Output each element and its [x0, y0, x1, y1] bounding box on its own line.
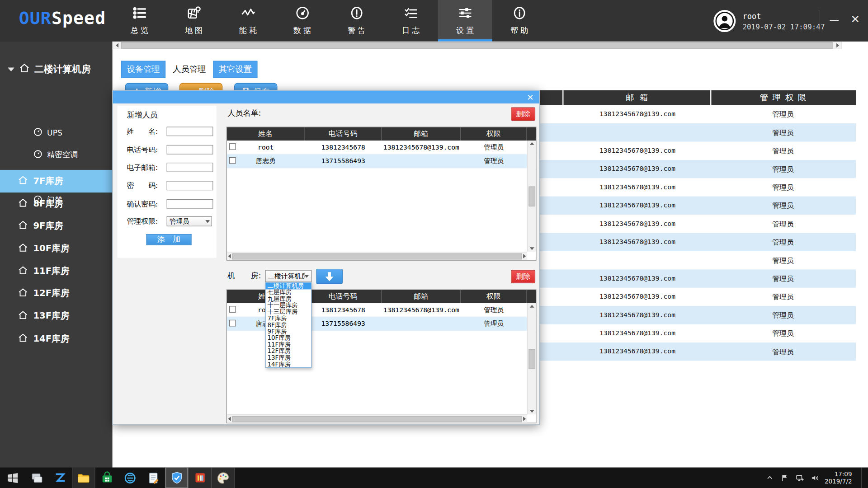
nav-map[interactable]: 地图	[167, 0, 221, 42]
dropdown-option[interactable]: 10F库房	[266, 335, 311, 341]
nav-settings[interactable]: 设置	[438, 0, 492, 42]
nav-energy[interactable]: 能耗	[221, 0, 275, 42]
taskbar-archive-app[interactable]	[188, 468, 211, 488]
row-checkbox[interactable]	[229, 143, 236, 150]
taskbar-ourspeed-client[interactable]	[165, 468, 188, 488]
sidebar-item-floor-14f[interactable]: 14F库房	[0, 328, 113, 350]
scroll-up-icon[interactable]	[529, 142, 534, 145]
horizontal-scrollbar[interactable]	[227, 414, 527, 422]
scrollbar-thumb[interactable]	[121, 42, 833, 49]
sidebar-item-floor-11f[interactable]: 11F库房	[0, 260, 113, 282]
start-button[interactable]	[0, 468, 25, 488]
table-row[interactable]: 13812345678@139.com管理员	[540, 178, 856, 196]
horizontal-scrollbar[interactable]	[227, 252, 527, 260]
row-checkbox[interactable]	[229, 157, 236, 164]
vertical-scrollbar[interactable]	[527, 303, 536, 414]
table-row[interactable]: 唐志勇 13715586493 管理员	[227, 155, 536, 169]
dialog-close-button[interactable]: ✕	[525, 92, 536, 103]
table-row[interactable]: root 13812345678 13812345678@139.com 管理员	[227, 141, 536, 155]
nav-help[interactable]: 帮助	[492, 0, 547, 42]
nav-log[interactable]: 日志	[384, 0, 438, 42]
sidebar-root-node[interactable]: 二楼计算机房	[0, 60, 113, 79]
dropdown-option[interactable]: 十三层库房	[266, 309, 311, 315]
scrollbar-thumb[interactable]	[232, 253, 522, 259]
dropdown-option[interactable]: 7F库房	[266, 315, 311, 322]
minimize-button[interactable]	[827, 13, 841, 28]
confirm-password-field[interactable]	[167, 199, 213, 209]
sidebar-item-ups[interactable]: UPS	[0, 122, 113, 144]
taskbar-internet-explorer[interactable]	[118, 468, 142, 488]
taskbar-paint-app[interactable]	[212, 468, 235, 488]
name-field[interactable]	[167, 127, 213, 136]
sidebar-item-floor-7f[interactable]: 7F库房	[0, 170, 113, 192]
table-row[interactable]: 13812345678@139.com管理员	[540, 215, 856, 233]
room-delete-button[interactable]: 删除	[511, 270, 535, 283]
taskbar-folder-window[interactable]	[72, 468, 95, 488]
nav-data[interactable]: 数据	[275, 0, 330, 42]
sidebar-item-floor-10f[interactable]: 10F库房	[0, 237, 113, 260]
volume-icon[interactable]	[810, 473, 820, 483]
dropdown-option[interactable]: 14F库房	[266, 361, 311, 367]
dropdown-option[interactable]: 9F库房	[266, 328, 311, 335]
table-row[interactable]: 管理员	[540, 251, 856, 269]
show-desktop-button[interactable]	[861, 468, 864, 488]
scroll-right-icon[interactable]	[834, 42, 841, 49]
phone-field[interactable]	[167, 145, 213, 155]
tab-device-management[interactable]: 设备管理	[121, 61, 165, 78]
dropdown-option[interactable]: 11F库房	[266, 342, 311, 348]
scroll-right-icon[interactable]	[523, 254, 526, 258]
table-row[interactable]: 13812345678@139.com管理员	[540, 233, 856, 251]
scroll-left-icon[interactable]	[113, 42, 121, 49]
taskbar-file-explorer[interactable]	[25, 468, 48, 488]
scroll-down-icon[interactable]	[529, 410, 534, 413]
table-row[interactable]: 13812345678@139.com管理员	[540, 343, 856, 361]
table-row[interactable]: 13812345678@139.com管理员	[540, 269, 856, 287]
dropdown-option[interactable]: 十一层库房	[266, 302, 311, 309]
nav-alert[interactable]: 警告	[330, 0, 384, 42]
sidebar-item-floor-12f[interactable]: 12F库房	[0, 282, 113, 305]
user-block[interactable]: root 2019-07-02 17:09:47	[714, 8, 825, 34]
sidebar-item-floor-8f[interactable]: 8F库房	[0, 192, 113, 215]
room-select[interactable]: 二楼计算机房	[265, 270, 312, 282]
vertical-scrollbar[interactable]	[527, 141, 536, 252]
scrollbar-thumb[interactable]	[528, 349, 535, 369]
taskbar-clock[interactable]: 17:09 2019/7/2	[825, 470, 856, 485]
table-row[interactable]: 13812345678@139.com管理员	[540, 324, 856, 343]
table-row[interactable]: 13812345678@139.com管理员	[540, 306, 856, 324]
scroll-up-icon[interactable]	[529, 305, 534, 308]
table-row[interactable]: 13812345678@139.com管理员	[540, 288, 856, 306]
dropdown-option[interactable]: 九层库房	[266, 296, 311, 302]
scroll-left-icon[interactable]	[228, 254, 231, 258]
person-list-delete-button[interactable]: 删除	[511, 108, 535, 121]
scroll-down-icon[interactable]	[529, 247, 534, 250]
taskbar-remote-tool[interactable]	[49, 468, 72, 488]
assign-room-button[interactable]	[316, 269, 343, 284]
dropdown-option[interactable]: 13F库房	[266, 355, 311, 361]
table-row[interactable]: 13812345678@139.com管理员	[540, 141, 856, 160]
scroll-right-icon[interactable]	[523, 417, 526, 421]
hidden-icons-chevron-icon[interactable]	[765, 473, 775, 483]
row-checkbox[interactable]	[229, 306, 236, 313]
form-add-button[interactable]: 添 加	[146, 234, 191, 245]
sidebar-item-air-conditioner[interactable]: 精密空调	[0, 144, 113, 166]
scrollbar-thumb[interactable]	[232, 416, 522, 422]
dropdown-option[interactable]: 8F库房	[266, 322, 311, 328]
permission-select[interactable]: 管理员	[167, 216, 212, 226]
nav-overview[interactable]: 总览	[113, 0, 167, 42]
horizontal-scrollbar[interactable]	[113, 42, 842, 49]
network-icon[interactable]	[795, 473, 805, 483]
dropdown-option[interactable]: 二楼计算机房	[266, 283, 311, 289]
table-row[interactable]: 13812345678@139.com管理员	[540, 197, 856, 215]
dropdown-option[interactable]: 七层库房	[266, 289, 311, 296]
taskbar-store[interactable]	[95, 468, 118, 488]
tab-personnel-management[interactable]: 人员管理	[167, 61, 212, 78]
row-checkbox[interactable]	[229, 320, 236, 327]
dropdown-option[interactable]: 12F库房	[266, 348, 311, 354]
table-row[interactable]: 13812345678@139.com管理员	[540, 160, 856, 178]
action-center-flag-icon[interactable]	[780, 473, 790, 483]
email-field[interactable]	[167, 163, 213, 172]
table-row[interactable]: 管理员	[540, 123, 856, 141]
tab-other-settings[interactable]: 其它设置	[213, 61, 257, 78]
close-button[interactable]: ✕	[847, 11, 863, 28]
taskbar-notepad[interactable]	[142, 468, 165, 488]
